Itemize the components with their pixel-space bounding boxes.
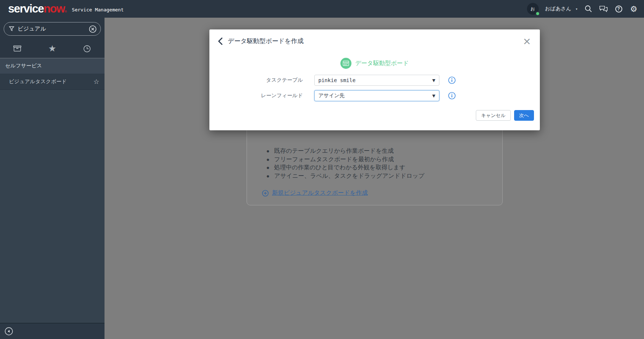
- lane-field-row: レーンフィールド アサイン先 ▼: [209, 90, 540, 101]
- dropdown-arrow-icon: ▼: [432, 93, 435, 98]
- plus-circle-icon: [262, 190, 269, 197]
- feature-bullet-list: 既存のテーブルクエリから作業ボードを生成 フリーフォームタスクボードを最初から作…: [274, 147, 424, 180]
- modal-header: データ駆動型ボードを作成 ×: [209, 29, 540, 48]
- user-name[interactable]: おばあさん: [545, 6, 572, 12]
- presence-indicator: [535, 11, 540, 16]
- gear-icon[interactable]: ⚙: [629, 4, 638, 13]
- task-table-select[interactable]: pinkie smile ▼: [314, 75, 439, 86]
- logo-registered-mark: ®: [65, 10, 67, 13]
- help-icon[interactable]: ?: [614, 4, 623, 13]
- task-table-selected-value: pinkie smile: [318, 77, 432, 83]
- sidebar-section-self-service: セルフサービス: [0, 58, 105, 74]
- filter-funnel-icon: [8, 26, 15, 32]
- logo-text-service: service: [8, 2, 43, 15]
- task-table-info-icon[interactable]: [448, 76, 456, 84]
- lane-field-selected-value: アサイン先: [318, 92, 432, 99]
- board-type-row: データ駆動型ボード: [209, 58, 540, 69]
- back-chevron-icon[interactable]: [217, 37, 223, 45]
- tab-favorites[interactable]: ★: [35, 39, 70, 58]
- next-button[interactable]: 次へ: [514, 110, 534, 121]
- lane-field-label: レーンフィールド: [209, 92, 314, 99]
- sidebar-item-label: ビジュアルタスクボード: [9, 78, 67, 85]
- servicenow-logo[interactable]: servicenow®: [8, 2, 67, 15]
- chevron-down-icon[interactable]: ▾: [575, 7, 578, 11]
- lane-field-info-icon[interactable]: [448, 92, 456, 100]
- sidebar-footer: [0, 323, 105, 339]
- sidebar-search-row: [0, 18, 105, 39]
- task-table-field-row: タスクテーブル pinkie smile ▼: [209, 75, 540, 86]
- feature-bullet: 処理中の作業のひと目でわかる外観を取得します: [274, 163, 424, 172]
- feature-bullet: 既存のテーブルクエリから作業ボードを生成: [274, 147, 424, 155]
- app-header: servicenow® Service Management お おばあさん ▾…: [0, 0, 644, 18]
- app-title: Service Management: [72, 7, 124, 13]
- user-avatar[interactable]: お: [527, 3, 539, 15]
- create-new-board-link-label: 新規ビジュアルタスクボードを作成: [272, 189, 368, 197]
- sidebar-search-box[interactable]: [4, 22, 101, 36]
- sidebar-empty-area: [0, 90, 105, 323]
- logo-text-now: now: [43, 2, 65, 15]
- dropdown-arrow-icon: ▼: [432, 78, 435, 83]
- tab-all-applications[interactable]: [0, 39, 35, 58]
- lane-field-select[interactable]: アサイン先 ▼: [314, 90, 439, 101]
- sidebar-search-input[interactable]: [18, 26, 89, 32]
- sidebar-tabs: ★: [0, 39, 105, 58]
- collapse-sidebar-icon[interactable]: [4, 327, 13, 336]
- tab-history[interactable]: [70, 39, 105, 58]
- main-content-dimmed: 既存のテーブルクエリから作業ボードを生成 フリーフォームタスクボードを最初から作…: [105, 18, 644, 339]
- modal-footer: キャンセル 次へ: [476, 110, 534, 121]
- create-new-board-link[interactable]: 新規ビジュアルタスクボードを作成: [262, 189, 368, 197]
- modal-title: データ駆動型ボードを作成: [228, 37, 304, 45]
- favorite-star-icon[interactable]: ☆: [93, 78, 99, 85]
- search-icon[interactable]: [584, 4, 593, 13]
- task-table-label: タスクテーブル: [209, 77, 314, 84]
- header-actions: お おばあさん ▾ ? ⚙: [527, 3, 644, 15]
- chat-icon[interactable]: [599, 4, 608, 13]
- create-data-driven-board-modal: データ駆動型ボードを作成 × データ駆動型ボード タスクテーブル pinkie …: [209, 29, 540, 130]
- cancel-button[interactable]: キャンセル: [476, 110, 511, 121]
- close-icon[interactable]: ×: [523, 38, 531, 45]
- sidebar: ★ セルフサービス ビジュアルタスクボード ☆: [0, 18, 105, 339]
- feature-bullet: フリーフォームタスクボードを最初から作成: [274, 155, 424, 164]
- star-icon: ★: [48, 43, 56, 54]
- clear-search-icon[interactable]: [89, 25, 97, 33]
- sidebar-item-visual-task-boards[interactable]: ビジュアルタスクボード ☆: [0, 74, 105, 90]
- feature-bullet: アサイニー、ラベル、タスクをドラッグアンドドロップ: [274, 172, 424, 180]
- board-type-label: データ駆動型ボード: [355, 60, 409, 67]
- data-driven-board-icon: [340, 58, 351, 69]
